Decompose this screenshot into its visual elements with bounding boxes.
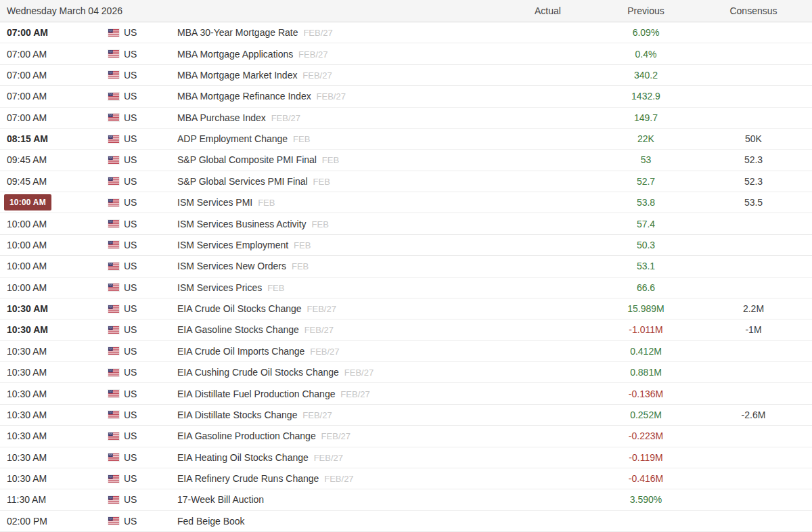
table-row[interactable]: 10:30 AM bbox=[0, 298, 812, 319]
country-cell[interactable]: US bbox=[108, 346, 177, 357]
event-time: 10:00 AM bbox=[7, 261, 47, 271]
table-row[interactable]: 02:00 PM bbox=[0, 511, 812, 532]
country-label: US bbox=[124, 27, 137, 38]
event-name: EIA Cushing Crude Oil Stocks Change bbox=[177, 367, 339, 378]
table-row[interactable]: 10:00 AM bbox=[0, 278, 812, 298]
table-row[interactable]: 08:15 AM bbox=[0, 129, 812, 150]
country-label: US bbox=[124, 261, 137, 271]
table-row[interactable]: 11:30 AM bbox=[0, 489, 812, 510]
time-cell: 07:00 AM bbox=[0, 70, 108, 81]
country-cell[interactable]: US bbox=[108, 49, 177, 60]
country-cell[interactable]: US bbox=[108, 452, 177, 463]
table-row[interactable]: 10:00 AM bbox=[0, 256, 812, 277]
country-cell[interactable]: US bbox=[108, 409, 177, 420]
event-time: 10:00 AM bbox=[7, 219, 47, 229]
reference-period: FEB/27 bbox=[302, 70, 332, 81]
event-cell[interactable]: EIA Heating Oil Stocks Change FEB/27 bbox=[177, 452, 499, 463]
event-cell[interactable]: ISM Services Business Activity FEB bbox=[177, 219, 499, 229]
event-name: MBA Mortgage Applications bbox=[177, 49, 293, 60]
country-cell[interactable]: US bbox=[108, 324, 177, 335]
country-cell[interactable]: US bbox=[108, 154, 177, 165]
table-row[interactable]: 07:00 AM bbox=[0, 43, 812, 64]
table-row[interactable]: 07:00 AM bbox=[0, 108, 812, 129]
reference-period: FEB/27 bbox=[307, 304, 336, 314]
event-cell[interactable]: MBA Purchase Index FEB/27 bbox=[177, 112, 499, 123]
time-cell: 10:00 AM bbox=[0, 240, 108, 250]
table-row[interactable]: 10:00 AM bbox=[0, 192, 812, 213]
event-cell[interactable]: EIA Crude Oil Imports Change FEB/27 bbox=[177, 346, 499, 357]
country-cell[interactable]: US bbox=[108, 261, 177, 271]
previous-value: 0.252M bbox=[597, 409, 695, 420]
table-row[interactable]: 10:00 AM bbox=[0, 213, 812, 234]
table-row[interactable]: 07:00 AM bbox=[0, 86, 812, 107]
table-row[interactable]: 07:00 AM bbox=[0, 65, 812, 86]
event-cell[interactable]: ISM Services Prices FEB bbox=[177, 282, 499, 293]
table-row[interactable]: 10:30 AM bbox=[0, 362, 812, 383]
country-cell[interactable]: US bbox=[108, 303, 177, 314]
event-name: MBA 30-Year Mortgage Rate bbox=[177, 27, 298, 38]
reference-period: FEB/27 bbox=[302, 410, 332, 420]
event-cell[interactable]: MBA 30-Year Mortgage Rate FEB/27 bbox=[177, 27, 499, 38]
event-cell[interactable]: EIA Gasoline Stocks Change FEB/27 bbox=[177, 324, 499, 335]
us-flag-icon bbox=[108, 71, 119, 79]
event-cell[interactable]: ISM Services Employment FEB bbox=[177, 240, 499, 250]
reference-period: FEB bbox=[294, 240, 311, 250]
table-row[interactable]: 10:30 AM bbox=[0, 468, 812, 489]
event-cell[interactable]: EIA Cushing Crude Oil Stocks Change FEB/… bbox=[177, 367, 499, 378]
country-cell[interactable]: US bbox=[108, 91, 177, 102]
table-row[interactable]: 10:00 AM bbox=[0, 235, 812, 256]
us-flag-icon bbox=[108, 114, 119, 121]
event-cell[interactable]: ISM Services New Orders FEB bbox=[177, 261, 499, 271]
country-cell[interactable]: US bbox=[108, 516, 177, 527]
country-label: US bbox=[124, 516, 137, 527]
event-time: 10:30 AM bbox=[7, 324, 48, 335]
event-cell[interactable]: S&P Global Services PMI Final FEB bbox=[177, 176, 499, 187]
country-cell[interactable]: US bbox=[108, 219, 177, 229]
country-cell[interactable]: US bbox=[108, 176, 177, 187]
country-cell[interactable]: US bbox=[108, 494, 177, 505]
country-cell[interactable]: US bbox=[108, 240, 177, 250]
us-flag-icon bbox=[108, 305, 119, 313]
event-cell[interactable]: ISM Services PMI FEB bbox=[177, 197, 499, 208]
country-cell[interactable]: US bbox=[108, 27, 177, 38]
table-row[interactable]: 10:30 AM bbox=[0, 383, 812, 404]
country-cell[interactable]: US bbox=[108, 430, 177, 441]
us-flag-icon bbox=[108, 177, 119, 185]
event-cell[interactable]: MBA Mortgage Applications FEB/27 bbox=[177, 49, 499, 60]
country-cell[interactable]: US bbox=[108, 70, 177, 81]
event-cell[interactable]: ADP Employment Change FEB bbox=[177, 133, 499, 144]
country-cell[interactable]: US bbox=[108, 473, 177, 484]
time-cell: 10:30 AM bbox=[0, 389, 108, 399]
table-row[interactable]: 10:30 AM bbox=[0, 426, 812, 447]
country-cell[interactable]: US bbox=[108, 133, 177, 144]
table-row[interactable]: 09:45 AM bbox=[0, 171, 812, 192]
column-header-actual: Actual bbox=[499, 5, 597, 16]
country-cell[interactable]: US bbox=[108, 112, 177, 123]
time-cell: 07:00 AM bbox=[0, 49, 108, 60]
country-cell[interactable]: US bbox=[108, 389, 177, 399]
event-cell[interactable]: EIA Distillate Stocks Change FEB/27 bbox=[177, 409, 499, 420]
event-cell[interactable]: S&P Global Composite PMI Final FEB bbox=[177, 154, 499, 165]
previous-value: 340.2 bbox=[597, 70, 695, 81]
event-cell[interactable]: EIA Crude Oil Stocks Change FEB/27 bbox=[177, 303, 499, 314]
event-name: 17-Week Bill Auction bbox=[177, 494, 264, 505]
event-cell[interactable]: EIA Refinery Crude Runs Change FEB/27 bbox=[177, 473, 499, 484]
event-cell[interactable]: EIA Gasoline Production Change FEB/27 bbox=[177, 430, 499, 441]
table-row[interactable]: 10:30 AM bbox=[0, 447, 812, 468]
table-row[interactable]: 10:30 AM bbox=[0, 319, 812, 340]
country-cell[interactable]: US bbox=[108, 367, 177, 378]
country-cell[interactable]: US bbox=[108, 197, 177, 208]
table-row[interactable]: 07:00 AM bbox=[0, 22, 812, 43]
event-cell[interactable]: MBA Mortgage Refinance Index FEB/27 bbox=[177, 91, 499, 102]
event-cell[interactable]: MBA Mortgage Market Index FEB/27 bbox=[177, 70, 499, 81]
event-cell[interactable]: EIA Distillate Fuel Production Change FE… bbox=[177, 389, 499, 399]
table-row[interactable]: 10:30 AM bbox=[0, 405, 812, 426]
event-name: EIA Distillate Fuel Production Change bbox=[177, 389, 335, 399]
event-cell[interactable]: 17-Week Bill Auction bbox=[177, 494, 499, 505]
event-cell[interactable]: Fed Beige Book bbox=[177, 516, 499, 527]
table-row[interactable]: 09:45 AM bbox=[0, 150, 812, 171]
table-row[interactable]: 10:30 AM bbox=[0, 341, 812, 362]
previous-value: 22K bbox=[597, 133, 695, 144]
us-flag-icon bbox=[108, 517, 119, 525]
country-cell[interactable]: US bbox=[108, 282, 177, 293]
